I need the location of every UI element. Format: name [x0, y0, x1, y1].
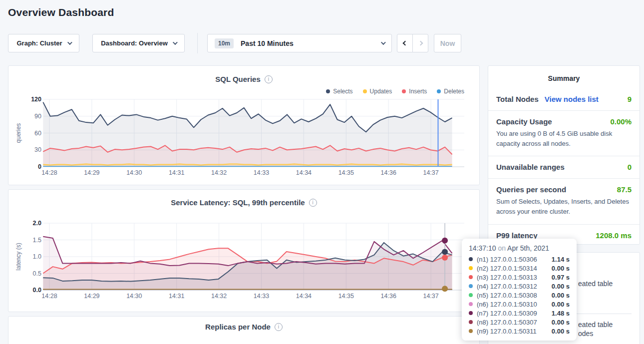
graph-dropdown-label: Graph: Cluster	[16, 39, 62, 47]
svg-text:14:35: 14:35	[338, 293, 354, 300]
event-item: eated table	[578, 280, 613, 288]
svg-text:latency (s): latency (s)	[15, 243, 22, 270]
node-dot-icon	[469, 293, 473, 297]
summary-panel: Summary Total Nodes View nodes list 9 Ca…	[488, 65, 640, 245]
svg-text:14:34: 14:34	[296, 169, 312, 176]
node-dot-icon	[469, 275, 473, 279]
queries-per-second-label: Queries per second	[496, 185, 566, 194]
svg-text:30: 30	[34, 146, 41, 153]
total-nodes-value: 9	[628, 95, 632, 103]
svg-text:14:31: 14:31	[169, 169, 184, 176]
tooltip-row-n8: (n8) 127.0.0.1:50307 0.00 s	[469, 318, 570, 327]
service-latency-plot[interactable]: 0.00.51.01.52.014:2814:2914:3014:3114:32…	[8, 190, 479, 312]
svg-text:120: 120	[31, 96, 41, 103]
svg-text:14:30: 14:30	[126, 169, 142, 176]
sql-queries-chart-card: SQL Queries Selects Updates Inserts Dele…	[8, 65, 480, 185]
event-item: eated table	[578, 321, 613, 329]
svg-text:14:35: 14:35	[338, 169, 354, 176]
chevron-right-icon	[418, 41, 423, 46]
view-nodes-list-link[interactable]: View nodes list	[545, 95, 599, 103]
summary-row-queries-per-second: Queries per second 87.5 Sum of Selects, …	[488, 179, 640, 224]
svg-text:14:32: 14:32	[211, 293, 227, 300]
svg-text:1.0: 1.0	[33, 253, 41, 260]
node-dot-icon	[469, 311, 473, 315]
svg-text:14:29: 14:29	[84, 293, 99, 300]
replicas-chart-title: Replicas per Node	[205, 323, 271, 331]
total-nodes-label: Total Nodes	[496, 95, 539, 103]
chevron-left-icon	[402, 41, 407, 46]
tooltip-row-n2: (n2) 127.0.0.1:50314 0.00 s	[469, 264, 570, 273]
p99-latency-label: P99 latency	[496, 231, 538, 240]
tooltip-row-n6: (n6) 127.0.0.1:50310 0.00 s	[469, 300, 570, 309]
svg-text:0.5: 0.5	[33, 270, 41, 277]
node-dot-icon	[469, 284, 473, 288]
sql-queries-plot[interactable]: 030609012014:2814:2914:3014:3114:3214:33…	[8, 66, 479, 185]
time-prev-button[interactable]	[397, 34, 413, 52]
svg-text:14:28: 14:28	[41, 293, 57, 300]
info-icon[interactable]	[275, 323, 283, 331]
tooltip-row-n5: (n5) 127.0.0.1:50308 0.00 s	[469, 291, 570, 300]
svg-text:60: 60	[34, 130, 41, 137]
graph-dropdown[interactable]: Graph: Cluster	[8, 34, 79, 52]
svg-text:90: 90	[34, 113, 41, 120]
node-dot-icon	[469, 266, 473, 270]
node-dot-icon	[469, 257, 473, 261]
svg-text:0.0: 0.0	[33, 287, 41, 294]
svg-text:0: 0	[38, 163, 41, 170]
chart-hover-tooltip: 14:37:10 on Apr 5th, 2021 (n1) 127.0.0.1…	[462, 239, 577, 341]
summary-row-unavailable-ranges: Unavailable ranges 0	[488, 156, 640, 179]
svg-text:14:32: 14:32	[211, 169, 227, 176]
tooltip-row-n7: (n7) 127.0.0.1:50309 1.48 s	[469, 309, 570, 318]
svg-text:14:36: 14:36	[381, 169, 396, 176]
dashboard-dropdown[interactable]: Dashboard: Overview	[92, 34, 185, 52]
node-dot-icon	[469, 329, 473, 333]
unavailable-ranges-value: 0	[628, 163, 632, 171]
tooltip-row-n4: (n4) 127.0.0.1:50312 0.00 s	[469, 282, 570, 291]
dashboard-dropdown-label: Dashboard: Overview	[101, 39, 168, 47]
tooltip-row-n3: (n3) 127.0.0.1:50313 0.97 s	[469, 273, 570, 282]
summary-row-capacity-usage: Capacity Usage 0.00% You are using 0 B o…	[488, 111, 640, 156]
summary-row-total-nodes: Total Nodes View nodes list 9	[488, 88, 640, 111]
svg-text:14:36: 14:36	[381, 293, 396, 300]
toolbar-divider	[197, 33, 198, 53]
chevron-down-icon	[381, 40, 386, 45]
tooltip-row-n1: (n1) 127.0.0.1:50306 1.14 s	[469, 255, 570, 264]
svg-text:14:34: 14:34	[296, 293, 312, 300]
service-latency-chart-card: Service Latency: SQL, 99th percentile 0.…	[8, 189, 480, 312]
tooltip-timestamp: 14:37:10 on Apr 5th, 2021	[469, 244, 570, 252]
chevron-down-icon	[67, 40, 72, 45]
svg-text:1.5: 1.5	[33, 237, 41, 244]
time-range-badge: 10m	[215, 38, 234, 48]
svg-text:14:33: 14:33	[254, 293, 269, 300]
time-next-button[interactable]	[412, 34, 428, 52]
svg-text:2.0: 2.0	[33, 220, 41, 227]
node-dot-icon	[469, 302, 473, 306]
svg-text:14:31: 14:31	[169, 293, 184, 300]
node-dot-icon	[469, 320, 473, 324]
event-item: odes	[578, 330, 593, 338]
svg-text:14:28: 14:28	[41, 169, 57, 176]
now-button[interactable]: Now	[434, 34, 461, 52]
time-range-selector[interactable]: 10m Past 10 Minutes	[207, 34, 392, 52]
capacity-usage-label: Capacity Usage	[496, 117, 552, 126]
time-range-label: Past 10 Minutes	[241, 39, 294, 47]
summary-header: Summary	[488, 66, 640, 82]
page-title: Overview Dashboard	[8, 6, 114, 18]
tooltip-row-n9: (n9) 127.0.0.1:50311 0.00 s	[469, 327, 570, 336]
capacity-usage-subtext: You are using 0 B of 4.5 GiB usable disk…	[496, 129, 632, 149]
svg-text:14:37: 14:37	[423, 169, 438, 176]
unavailable-ranges-label: Unavailable ranges	[496, 163, 565, 171]
svg-text:14:30: 14:30	[126, 293, 142, 300]
svg-text:14:37: 14:37	[423, 293, 438, 300]
queries-per-second-value: 87.5	[617, 185, 632, 194]
svg-text:queries: queries	[15, 123, 22, 143]
p99-latency-value: 1208.0 ms	[596, 231, 632, 240]
queries-per-second-subtext: Sum of Selects, Updates, Inserts, and De…	[496, 197, 632, 217]
replicas-chart-card: Replicas per Node	[8, 316, 480, 344]
svg-text:14:29: 14:29	[84, 169, 99, 176]
overview-dashboard-page: Overview Dashboard Graph: Cluster Dashbo…	[0, 0, 644, 344]
capacity-usage-value: 0.00%	[610, 117, 632, 126]
chevron-down-icon	[173, 40, 178, 45]
svg-text:14:33: 14:33	[254, 169, 269, 176]
